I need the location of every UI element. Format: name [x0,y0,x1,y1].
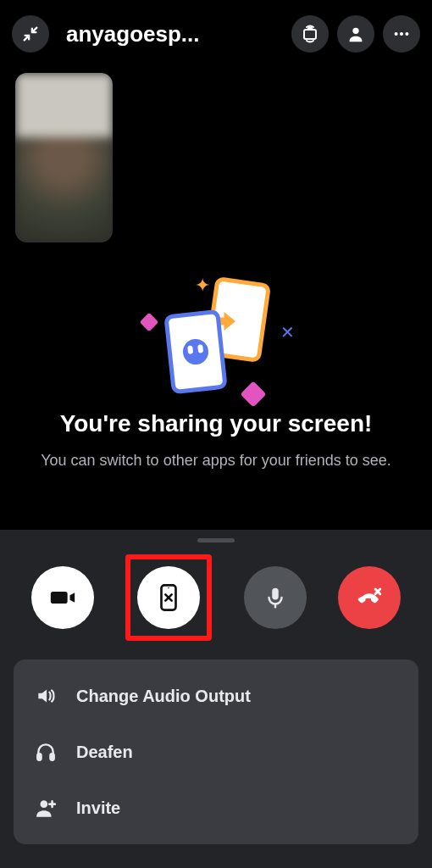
phone-front-icon [163,309,227,394]
speaker-icon [32,685,59,707]
svg-rect-8 [37,754,41,760]
sparkle-icon [240,381,266,407]
svg-point-4 [405,32,408,36]
menu-item-audio-output[interactable]: Change Audio Output [19,668,413,724]
hangup-button[interactable] [338,566,401,629]
screenshare-message: You're sharing your screen! You can swit… [0,409,432,470]
sheet-drag-handle[interactable] [197,538,235,542]
menu-item-label: Change Audio Output [76,687,251,706]
svg-rect-7 [272,588,279,600]
bottom-sheet: Change Audio Output Deafen Invite [0,530,432,868]
screenshare-illustration: ✦ ✕ [144,280,288,398]
headphones-icon [32,741,59,763]
swap-camera-button[interactable] [291,15,329,53]
self-video-thumbnail [15,73,113,242]
svg-point-3 [400,32,403,36]
sparkle-icon: ✕ [280,322,291,342]
self-video-tile[interactable] [15,73,113,242]
options-menu: Change Audio Output Deafen Invite [14,659,418,844]
svg-point-10 [41,800,48,808]
more-button[interactable] [383,15,420,53]
screenshare-heading: You're sharing your screen! [25,409,407,438]
call-header: anyagoesp... [0,0,432,68]
camera-toggle-button[interactable] [31,566,94,629]
mute-toggle-button[interactable] [244,566,307,629]
svg-point-6 [169,587,169,588]
svg-rect-9 [50,754,53,760]
video-stage: ✦ ✕ You're sharing your screen! You can … [0,68,432,530]
minimize-button[interactable] [12,15,49,53]
menu-item-deafen[interactable]: Deafen [19,724,413,780]
stop-screenshare-button[interactable] [137,566,200,629]
menu-item-label: Deafen [76,743,133,762]
call-controls [0,549,432,659]
svg-point-1 [352,28,358,34]
screenshare-subtext: You can switch to other apps for your fr… [25,450,407,470]
highlight-box [125,554,212,641]
add-user-icon [32,797,59,819]
menu-item-invite[interactable]: Invite [19,780,413,836]
call-title: anyagoesp... [58,21,283,47]
sparkle-icon: ✦ [195,275,210,297]
svg-rect-0 [304,30,316,39]
participants-button[interactable] [337,15,374,53]
svg-point-2 [395,32,398,36]
sparkle-icon [140,313,159,332]
menu-item-label: Invite [76,798,120,818]
